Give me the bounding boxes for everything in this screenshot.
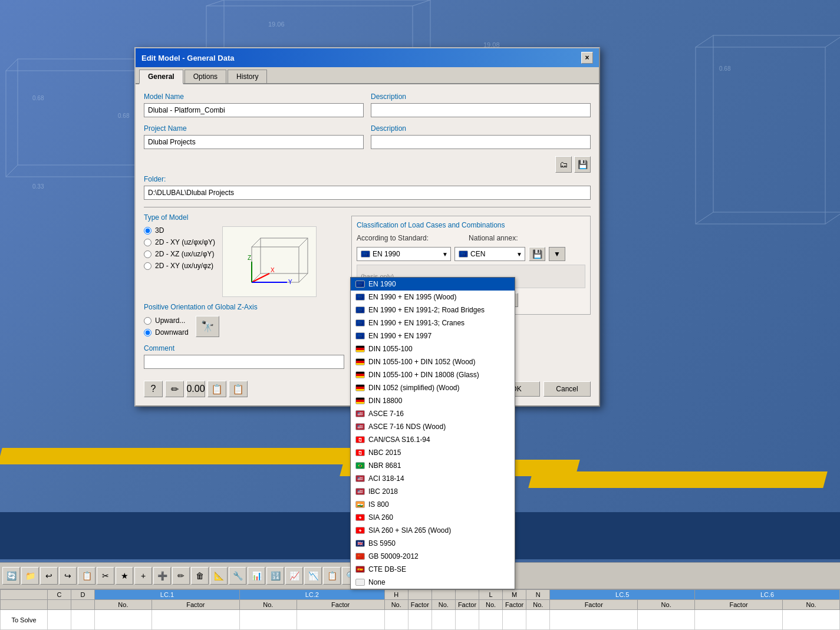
toolbar-btn-15[interactable]: 🔢 [266,567,284,585]
subheader-factor7: Factor [695,600,783,610]
item-8-label: DIN 1052 (simplified) (Wood) [368,384,460,392]
item-5-flag [355,345,365,352]
item-13-label: NBC 2015 [368,448,401,457]
item-14-label: NBR 8681 [368,461,401,470]
dialog-close-button[interactable]: × [581,52,593,64]
svg-line-26 [252,238,261,247]
item-6-flag [355,358,365,365]
dropdown-item-5[interactable]: DIN 1055-100 [351,342,515,355]
toolbar-btn-18[interactable]: 📋 [323,567,341,585]
toolbar-btn-10[interactable]: ✏ [172,567,190,585]
dropdown-item-9[interactable]: DIN 18800 [351,394,515,407]
dropdown-item-2[interactable]: 🇪🇺 EN 1990 + EN 1991-2; Road Bridges [351,304,515,316]
yellow-beam-3 [528,471,828,488]
description-group-2: Description [371,124,591,149]
folder-icon-btn-2[interactable]: 💾 [574,156,591,173]
dropdown-item-17[interactable]: 🇮🇳 IS 800 [351,498,515,511]
cancel-button[interactable]: Cancel [543,381,591,397]
folder-icon-btn-1[interactable]: 🗂 [555,156,572,173]
filter-btn[interactable]: ▼ [549,247,565,261]
radio-downward[interactable]: Downward [144,328,189,337]
edit-btn[interactable]: ✏ [165,381,184,397]
standard-dropdown-btn[interactable]: 🇪🇺 EN 1990 ▼ [357,247,451,261]
dropdown-item-20[interactable]: 🇬🇧 BS 5950 [351,537,515,550]
orientation-icon-btn[interactable]: 🔭 [196,316,219,337]
dropdown-item-21[interactable]: 🇨🇳 GB 50009-2012 [351,550,515,563]
dropdown-item-11[interactable]: 🇺🇸 ASCE 7-16 NDS (Wood) [351,420,515,433]
dialog-tabs: General Options History [136,67,599,84]
dropdown-item-12[interactable]: 🇨🇦 CAN/CSA S16.1-94 [351,433,515,446]
subheader-factor6: Factor [550,600,638,610]
dropdown-item-23[interactable]: None [351,576,515,589]
toolbar-btn-12[interactable]: 📐 [210,567,228,585]
toolbar-btn-11[interactable]: 🗑 [191,567,209,585]
tab-general[interactable]: General [139,70,183,84]
item-12-label: CAN/CSA S16.1-94 [368,436,430,444]
description-group-1: Description [371,93,591,117]
tab-history[interactable]: History [228,70,267,83]
comment-input[interactable] [144,355,344,369]
cell-no4 [431,610,455,630]
toolbar-btn-4[interactable]: ↪ [59,567,77,585]
dropdown-item-8[interactable]: DIN 1052 (simplified) (Wood) [351,381,515,394]
dropdown-item-13[interactable]: 🇨🇦 NBC 2015 [351,446,515,459]
toolbar-btn-14[interactable]: 📊 [248,567,265,585]
toolbar-btn-6[interactable]: ✂ [97,567,114,585]
dropdown-item-18[interactable]: 🇨🇭 SIA 260 [351,511,515,524]
dropdown-item-19[interactable]: 🇨🇭 SIA 260 + SIA 265 (Wood) [351,524,515,537]
toolbar-btn-5[interactable]: 📋 [78,567,95,585]
reset-btn[interactable]: 0.00 [186,381,205,397]
type-row: 3D 2D - XY (uz/φx/φY) 2D - XZ (ux/uz/φY) [144,226,344,297]
radio-2d-xy[interactable]: 2D - XY (uz/φx/φY) [144,238,215,246]
tab-options[interactable]: Options [185,70,226,83]
toolbar-btn-7[interactable]: ★ [116,567,133,585]
toolbar-btn-8[interactable]: + [134,567,152,585]
paste-btn[interactable]: 📋 [229,381,248,397]
national-annex-label: National annex: [469,234,518,242]
na-dropdown-btn[interactable]: 🇪🇺 CEN ▼ [454,247,525,261]
description-input-2[interactable] [371,135,591,149]
toolbar-btn-3[interactable]: ↩ [40,567,58,585]
dropdown-item-4[interactable]: 🇪🇺 EN 1990 + EN 1997 [351,329,515,342]
folder-row: Folder: [144,175,591,200]
na-save-btn[interactable]: 💾 [529,247,545,261]
dropdown-item-22[interactable]: 🇪🇸 CTE DB-SE [351,563,515,576]
folder-input[interactable] [144,186,591,200]
dialog-title: Edit Model - General Data [141,54,234,62]
copy-btn[interactable]: 📋 [207,381,226,397]
project-name-input[interactable] [144,135,364,149]
standard-flag-icon: 🇪🇺 [361,250,370,258]
toolbar-btn-13[interactable]: 🔧 [229,567,246,585]
dropdown-item-15[interactable]: 🇺🇸 ACI 318-14 [351,472,515,485]
toolbar-btn-17[interactable]: 📉 [304,567,322,585]
toolbar-btn-16[interactable]: 📈 [285,567,303,585]
dropdown-item-7[interactable]: DIN 1055-100 + DIN 18008 (Glass) [351,368,515,381]
dropdown-item-14[interactable]: 🇧🇷 NBR 8681 [351,459,515,472]
radio-2d-xz[interactable]: 2D - XZ (ux/uz/φY) [144,250,215,258]
toolbar-btn-9[interactable]: ➕ [153,567,171,585]
dropdown-item-0[interactable]: 🇪🇺 EN 1990 [351,278,515,291]
dropdown-item-10[interactable]: 🇺🇸 ASCE 7-16 [351,407,515,420]
item-14-flag: 🇧🇷 [355,462,365,469]
toolbar-btn-2[interactable]: 📁 [21,567,39,585]
dropdown-item-6[interactable]: DIN 1055-100 + DIN 1052 (Wood) [351,355,515,368]
item-16-flag: 🇺🇸 [355,488,365,495]
col-header-h: H [384,590,408,600]
radio-2d-xy2[interactable]: 2D - XY (ux/uy/φz) [144,262,215,270]
toolbar-btn-1[interactable]: 🔄 [2,567,20,585]
help-btn[interactable]: ? [144,381,163,397]
upward-label: Upward... [155,316,185,325]
dropdown-item-16[interactable]: 🇺🇸 IBC 2018 [351,485,515,498]
dropdown-item-1[interactable]: 🇪🇺 EN 1990 + EN 1995 (Wood) [351,291,515,304]
description-input-1[interactable] [371,103,591,117]
orientation-radios: Upward... Downward [144,316,189,337]
item-19-flag: 🇨🇭 [355,527,365,534]
dropdown-item-3[interactable]: 🇪🇺 EN 1990 + EN 1991-3; Cranes [351,316,515,329]
project-name-row: Project Name Description [144,124,591,149]
radio-3d[interactable]: 3D [144,226,215,235]
model-name-input[interactable] [144,103,364,117]
cell-f5 [503,610,526,630]
svg-line-14 [696,35,713,47]
item-3-label: EN 1990 + EN 1991-3; Cranes [368,319,465,327]
radio-upward[interactable]: Upward... [144,316,189,325]
